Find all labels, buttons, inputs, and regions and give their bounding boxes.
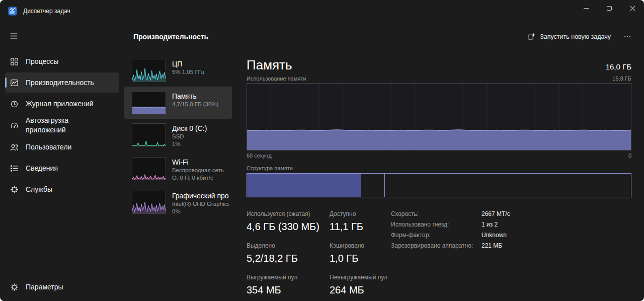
- memory-composition-segment-modified: [361, 174, 385, 197]
- perf-item-detail: Intel(R) UHD Graphics: [172, 200, 229, 208]
- perf-item-memory[interactable]: Память 4,7/15,8 ГБ (30%): [124, 87, 232, 119]
- more-options-button[interactable]: …: [619, 29, 636, 44]
- hw-label: Форм-фактор:: [391, 232, 481, 239]
- sidebar-item-services[interactable]: Службы: [5, 179, 119, 199]
- new-task-icon: [527, 33, 535, 41]
- hw-label: Зарезервировано аппаратно:: [391, 242, 481, 249]
- perf-item-detail: 5% 1,05 ГГц: [172, 68, 204, 76]
- hw-value: 2667 МТ/с: [481, 210, 510, 217]
- hw-value: Unknown: [481, 232, 510, 239]
- minimize-icon: [584, 8, 589, 9]
- maximize-button[interactable]: [598, 0, 621, 16]
- ellipsis-icon: …: [623, 30, 631, 39]
- hw-label: Использовано гнезд:: [391, 221, 481, 228]
- memory-composition-label: Структура памяти: [247, 165, 631, 171]
- stat-label: Доступно: [330, 210, 387, 217]
- memory-usage-graph: [247, 83, 631, 150]
- minimize-button[interactable]: [575, 0, 598, 16]
- stat-in-use: Используется (сжатая) 4,6 ГБ (330 МБ): [247, 210, 307, 233]
- sidebar-item-app-history[interactable]: Журнал приложений: [5, 94, 119, 114]
- sidebar-item-details[interactable]: Сведения: [5, 158, 119, 178]
- stat-non-paged-pool: Невыгружаемый пул 264 МБ: [330, 274, 387, 296]
- sidebar-item-startup-apps[interactable]: Автозагрузка приложений: [5, 115, 119, 136]
- memory-composition-segment-in-use: [247, 174, 361, 197]
- memory-usage-max-label: 15,8 ГБ: [612, 76, 631, 82]
- page-title: Производительность: [133, 33, 208, 41]
- stat-label: Выгружаемый пул: [247, 274, 307, 281]
- maximize-icon: [607, 6, 612, 11]
- users-icon: [10, 143, 19, 152]
- page-header: Производительность Запустить новую задач…: [124, 22, 644, 51]
- stat-value: 354 МБ: [247, 284, 307, 296]
- perf-item-detail: 4,7/15,8 ГБ (30%): [172, 101, 218, 108]
- perf-item-detail: 0%: [172, 208, 229, 215]
- run-new-task-label: Запустить новую задачу: [540, 33, 611, 40]
- sidebar-spacer: [5, 199, 119, 277]
- sidebar-item-label: Пользователи: [26, 142, 71, 152]
- perf-item-detail: 1%: [172, 140, 207, 148]
- perf-item-name: Память: [172, 92, 218, 101]
- graph-time-span-label: 60 секунд: [247, 153, 272, 159]
- stat-label: Используется (сжатая): [247, 210, 307, 217]
- app-history-icon: [10, 100, 19, 108]
- sidebar-item-label: Параметры: [26, 282, 63, 292]
- stat-value: 1,0 ГБ: [330, 253, 387, 264]
- stat-label: Невыгружаемый пул: [330, 274, 387, 281]
- stat-available: Доступно 11,1 ГБ: [330, 210, 387, 233]
- perf-item-gpu[interactable]: Графический процессор Intel(R) UHD Graph…: [124, 186, 232, 220]
- memory-detail-pane: Память 16,0 ГБ Использование памяти 15,8…: [238, 51, 644, 301]
- memory-stats: Используется (сжатая) 4,6 ГБ (330 МБ) До…: [247, 210, 390, 296]
- titlebar[interactable]: Диспетчер задач: [0, 0, 644, 22]
- stat-cached: Кэшировано 1,0 ГБ: [330, 242, 387, 264]
- cpu-graph-thumbnail: [132, 59, 166, 82]
- stat-label: Выделено: [247, 242, 307, 249]
- processes-icon: [10, 57, 19, 66]
- stat-committed: Выделено 5,2/18,2 ГБ: [247, 242, 307, 264]
- perf-item-disk[interactable]: Диск 0 (C:) SSD 1%: [124, 119, 232, 153]
- close-button[interactable]: [621, 0, 644, 16]
- header-actions: Запустить новую задачу …: [522, 29, 636, 44]
- window-title: Диспетчер задач: [23, 8, 70, 15]
- services-icon: [10, 185, 19, 194]
- stat-value: 11,1 ГБ: [330, 221, 387, 233]
- perf-item-cpu[interactable]: ЦП 5% 1,05 ГГц: [124, 54, 232, 87]
- hw-value: 1 из 2: [481, 221, 510, 228]
- details-icon: [10, 164, 19, 173]
- sidebar-item-users[interactable]: Пользователи: [5, 137, 119, 157]
- stat-label: Кэшировано: [330, 242, 387, 249]
- perf-item-name: Wi-Fi: [172, 158, 224, 167]
- sidebar-item-label: Сведения: [26, 164, 58, 173]
- stat-paged-pool: Выгружаемый пул 354 МБ: [247, 274, 307, 296]
- sidebar-item-label: Журнал приложений: [26, 99, 94, 109]
- hamburger-menu-button[interactable]: [5, 27, 25, 44]
- sidebar-item-label: Процессы: [26, 57, 58, 66]
- task-manager-window: Диспетчер задач: [0, 0, 644, 301]
- memory-pane-title: Память: [247, 57, 292, 73]
- perf-item-detail: SSD: [172, 133, 207, 140]
- main-panel: Производительность Запустить новую задач…: [124, 22, 644, 301]
- sidebar-item-label: Производительность: [26, 78, 94, 88]
- graph-time-end-label: 0: [628, 153, 631, 159]
- hamburger-icon: [10, 32, 18, 40]
- sidebar-item-label: Службы: [26, 185, 52, 194]
- task-manager-app-icon: [8, 7, 17, 16]
- wifi-graph-thumbnail: [132, 157, 166, 180]
- settings-gear-icon: [10, 283, 19, 291]
- disk-graph-thumbnail: [132, 123, 166, 146]
- perf-item-name: Диск 0 (C:): [172, 124, 207, 133]
- window-controls: [575, 0, 644, 16]
- sidebar-item-performance[interactable]: Производительность: [5, 72, 119, 93]
- stat-value: 264 МБ: [330, 284, 387, 296]
- perf-item-detail: О: 0 П: 0 кбит/с: [172, 174, 224, 182]
- performance-icon: [10, 79, 19, 87]
- sidebar-item-processes[interactable]: Процессы: [5, 51, 119, 71]
- perf-item-name: ЦП: [172, 59, 204, 68]
- memory-composition-bar: [247, 173, 631, 197]
- memory-hardware-info: Скорость: 2667 МТ/с Использовано гнезд: …: [391, 210, 510, 296]
- run-new-task-button[interactable]: Запустить новую задачу: [522, 29, 616, 44]
- hw-label: Скорость:: [391, 210, 481, 217]
- perf-item-name: Графический процессор: [172, 191, 229, 200]
- sidebar-item-settings[interactable]: Параметры: [5, 277, 119, 297]
- perf-item-wifi[interactable]: Wi-Fi Беспроводная сеть О: 0 П: 0 кбит/с: [124, 153, 232, 186]
- startup-icon: [10, 121, 19, 130]
